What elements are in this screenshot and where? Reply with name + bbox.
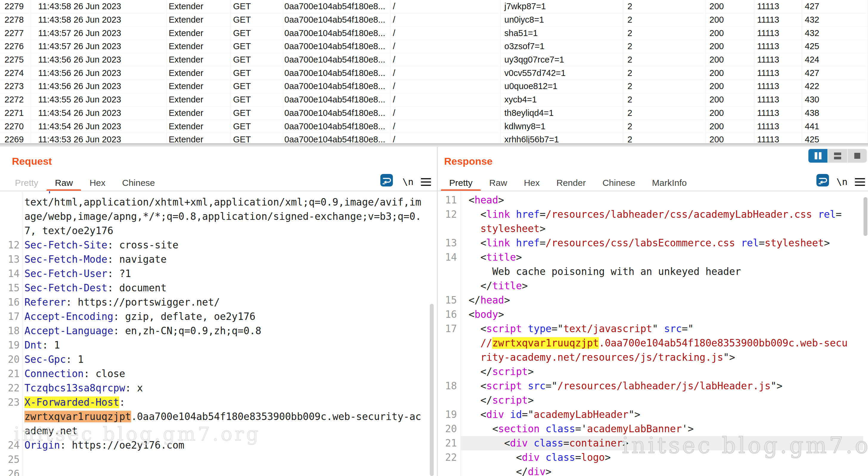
code-line: 13 <link href=/resources/css/labsEcommer… <box>437 236 863 250</box>
line-number: 25 <box>0 452 20 467</box>
table-cell: 2 <box>623 0 706 13</box>
table-cell: un0iyc8=1 <box>501 13 623 27</box>
code-line: 17Accept-Encoding: gzip, deflate, oe2y17… <box>0 309 429 324</box>
code-line: Web cache poisoning with an unkeyed head… <box>437 265 863 279</box>
code-line: 22 <div class=logo> <box>437 450 863 465</box>
table-cell: / <box>391 93 501 106</box>
response-scrollbar[interactable] <box>864 197 867 236</box>
table-cell: 11:43:53 26 Jun 2023 <box>31 133 167 143</box>
code-line: 23X-Forwarded-Host: <box>0 395 429 410</box>
code-text: </head> <box>469 293 510 307</box>
table-row[interactable]: 227211:43:55 26 Jun 2023ExtenderGET0aa70… <box>0 93 868 107</box>
line-number: 20 <box>0 352 20 367</box>
table-cell: 200 <box>706 13 754 27</box>
table-cell: Extender <box>167 53 231 66</box>
table-cell: 0aa700e104ab54f180e8... <box>283 40 391 53</box>
code-text: Sec-Fetch-Site: cross-site <box>25 238 179 252</box>
tab-response-markinfo[interactable]: MarkInfo <box>644 175 695 191</box>
table-cell: 2273 <box>0 80 31 93</box>
table-cell: 0aa700e104ab54f180e8... <box>283 107 391 120</box>
columns-layout-icon <box>815 152 822 159</box>
table-cell: GET <box>231 0 283 13</box>
line-number: 12 <box>437 207 457 222</box>
columns-layout-button[interactable] <box>808 149 828 163</box>
response-menu-button[interactable] <box>855 178 865 186</box>
table-cell: / <box>391 40 501 53</box>
table-row[interactable]: 227411:43:56 26 Jun 2023ExtenderGET0aa70… <box>0 66 868 80</box>
table-cell: Extender <box>167 27 231 40</box>
table-row[interactable]: 227511:43:56 26 Jun 2023ExtenderGET0aa70… <box>0 53 868 67</box>
tab-response-chinese[interactable]: Chinese <box>594 175 644 191</box>
table-row[interactable]: 227011:43:54 26 Jun 2023ExtenderGET0aa70… <box>0 120 868 133</box>
code-text: Accept-Encoding: gzip, deflate, oe2y176 <box>25 309 255 324</box>
table-cell: 2 <box>623 13 706 27</box>
table-row[interactable]: 227911:43:58 26 Jun 2023ExtenderGET0aa70… <box>0 0 868 13</box>
code-text: Tczqbcs13sa8qrcpw: x <box>25 381 143 395</box>
tab-response-pretty[interactable]: Pretty <box>441 175 481 191</box>
table-cell: kdlwny8=1 <box>501 120 623 133</box>
rows-layout-button[interactable] <box>828 149 847 163</box>
response-editor[interactable]: 11<head>12 <link href=/resources/labhead… <box>437 191 863 476</box>
code-line: 26 <box>0 467 429 476</box>
code-text: <section class='academyLabBanner'> <box>469 422 693 436</box>
table-cell: 200 <box>706 133 754 143</box>
code-text: <div class=container> <box>469 436 628 450</box>
table-cell: 2276 <box>0 40 31 53</box>
tab-request-chinese[interactable]: Chinese <box>114 175 163 191</box>
table-row[interactable]: 226911:43:53 26 Jun 2023ExtenderGET0aa70… <box>0 133 868 143</box>
code-line: text/html,application/xhtml+xml,applicat… <box>0 195 429 209</box>
tab-request-pretty[interactable]: Pretty <box>6 175 46 191</box>
table-cell: 425 <box>802 133 868 143</box>
table-cell: 11:43:57 26 Jun 2023 <box>31 27 167 40</box>
code-line: //zwrtxqvar1ruuqzjpt.0aa700e104ab54f180e… <box>437 336 863 350</box>
table-row[interactable]: 227311:43:56 26 Jun 2023ExtenderGET0aa70… <box>0 80 868 93</box>
table-cell: GET <box>231 133 283 143</box>
table-row[interactable]: 227611:43:57 26 Jun 2023ExtenderGET0aa70… <box>0 40 868 53</box>
tab-request-raw[interactable]: Raw <box>46 175 81 191</box>
code-text: zwrtxqvar1ruuqzjpt.0aa700e104ab54f180e83… <box>25 410 421 424</box>
wrap-toggle-button[interactable] <box>816 174 829 186</box>
request-editor[interactable]: 11Accept:text/html,application/xhtml+xml… <box>0 191 429 476</box>
table-row[interactable]: 227711:43:57 26 Jun 2023ExtenderGET0aa70… <box>0 27 868 40</box>
code-text: stylesheet> <box>469 222 546 236</box>
tab-response-render[interactable]: Render <box>548 175 594 191</box>
code-text: ademy.net <box>25 424 78 438</box>
request-scrollbar[interactable] <box>430 304 434 476</box>
table-cell: / <box>391 27 501 40</box>
code-text: Accept: <box>25 191 66 195</box>
table-cell: 11113 <box>754 93 802 106</box>
table-cell: 2274 <box>0 66 31 79</box>
code-text: Sec-Fetch-Dest: document <box>25 281 166 295</box>
code-text: <link href=/resources/css/labsEcommerce.… <box>469 236 830 250</box>
table-cell: 2275 <box>0 53 31 66</box>
table-row[interactable]: 227811:43:58 26 Jun 2023ExtenderGET0aa70… <box>0 13 868 27</box>
code-text: Sec-Fetch-User: ?1 <box>25 267 131 281</box>
request-menu-button[interactable] <box>421 178 431 186</box>
table-cell: xrhh6lj56b7=1 <box>501 133 623 143</box>
table-cell: Extender <box>167 0 231 13</box>
code-line: 14Sec-Fetch-User: ?1 <box>0 267 429 281</box>
table-cell: 2 <box>623 53 706 66</box>
line-number: 17 <box>437 322 457 336</box>
table-cell: GET <box>231 107 283 120</box>
single-layout-button[interactable] <box>847 149 867 163</box>
newline-display-button[interactable]: \n <box>836 176 847 187</box>
table-cell: 11113 <box>754 13 802 27</box>
table-row[interactable]: 227111:43:54 26 Jun 2023ExtenderGET0aa70… <box>0 107 868 120</box>
response-gutter-line <box>461 191 461 476</box>
table-cell: 2279 <box>0 0 31 13</box>
tab-response-raw[interactable]: Raw <box>481 175 516 191</box>
line-number: 15 <box>437 293 457 307</box>
table-cell: / <box>391 80 501 93</box>
code-line: </title> <box>437 279 863 293</box>
newline-display-button[interactable]: \n <box>402 176 413 187</box>
table-cell: xycb4=1 <box>501 93 623 106</box>
code-text: </script> <box>469 393 534 407</box>
table-cell: 425 <box>802 40 868 53</box>
code-text: </script> <box>469 365 534 379</box>
tab-request-hex[interactable]: Hex <box>81 175 114 191</box>
tab-response-hex[interactable]: Hex <box>516 175 548 191</box>
table-horizontal-scrollbar[interactable] <box>0 143 868 147</box>
wrap-toggle-button[interactable] <box>380 174 393 186</box>
line-number: 20 <box>437 422 457 436</box>
